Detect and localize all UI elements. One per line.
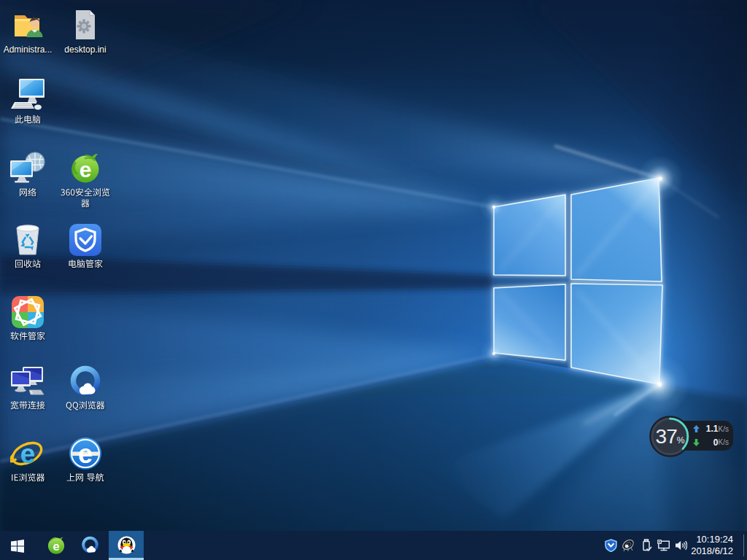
svg-text:e: e xyxy=(20,439,36,469)
svg-text:e: e xyxy=(78,439,93,469)
svg-text:e: e xyxy=(80,158,92,182)
svg-text:e: e xyxy=(53,540,59,553)
